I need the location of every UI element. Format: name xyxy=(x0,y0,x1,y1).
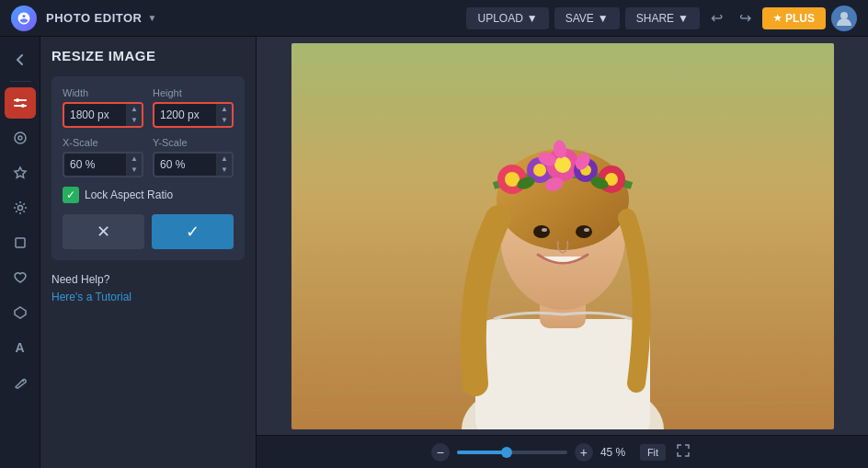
svg-point-6 xyxy=(18,136,22,140)
lock-aspect-row: ✓ Lock Aspect Ratio xyxy=(63,187,234,203)
photo-canvas xyxy=(291,43,834,429)
settings-icon-button[interactable] xyxy=(5,192,36,223)
app-name: PHOTO EDITOR xyxy=(46,11,142,25)
height-increment-button[interactable]: ▲ xyxy=(217,104,232,115)
topbar-actions: UPLOAD ▼ SAVE ▼ SHARE ▼ ↩ ↪ ★ PLUS xyxy=(466,6,857,31)
plus-button[interactable]: ★ PLUS xyxy=(762,7,826,29)
adjustments-icon-button[interactable] xyxy=(5,87,36,119)
zoom-minus-icon: − xyxy=(437,445,444,460)
text-icon-button[interactable]: A xyxy=(5,332,36,363)
height-group: Height ▲ ▼ xyxy=(153,87,234,128)
help-title: Need Help? xyxy=(51,273,245,286)
share-dropdown-icon: ▼ xyxy=(678,12,689,25)
svg-point-21 xyxy=(584,228,589,232)
app-dropdown-arrow[interactable]: ▼ xyxy=(147,13,156,23)
svg-point-5 xyxy=(15,132,26,143)
undo-button[interactable]: ↩ xyxy=(705,6,728,30)
xscale-increment-button[interactable]: ▲ xyxy=(127,154,142,165)
height-input[interactable] xyxy=(154,105,216,125)
xscale-stepper: ▲ ▼ xyxy=(126,154,142,176)
svg-point-0 xyxy=(840,12,848,19)
scale-row: X-Scale ▲ ▼ Y-Scale ▲ xyxy=(63,137,234,177)
redo-button[interactable]: ↪ xyxy=(734,6,757,30)
cancel-button[interactable]: ✕ xyxy=(63,214,144,249)
resize-form: Width ▲ ▼ Height ▲ xyxy=(51,76,245,260)
zoom-plus-button[interactable]: + xyxy=(575,443,593,462)
yscale-stepper: ▲ ▼ xyxy=(216,154,232,176)
crop-icon-button[interactable] xyxy=(5,227,36,258)
height-label: Height xyxy=(153,87,234,98)
help-section: Need Help? Here's a Tutorial xyxy=(51,273,245,304)
canvas-area: − + 45 % Fit xyxy=(257,37,868,468)
xscale-label: X-Scale xyxy=(63,137,143,148)
cancel-icon: ✕ xyxy=(97,222,110,242)
avatar[interactable] xyxy=(831,6,857,31)
yscale-decrement-button[interactable]: ▼ xyxy=(217,165,232,176)
xscale-input-wrapper: ▲ ▼ xyxy=(63,152,143,177)
yscale-input[interactable] xyxy=(154,154,216,175)
width-increment-button[interactable]: ▲ xyxy=(127,104,142,115)
width-stepper: ▲ ▼ xyxy=(126,104,142,126)
lock-aspect-checkbox[interactable]: ✓ xyxy=(63,187,79,203)
width-input[interactable] xyxy=(64,105,126,125)
confirm-icon: ✓ xyxy=(186,222,200,242)
width-decrement-button[interactable]: ▼ xyxy=(127,115,142,126)
zoom-slider-thumb[interactable] xyxy=(501,447,512,458)
svg-point-27 xyxy=(554,156,571,173)
effects-icon-button[interactable] xyxy=(5,122,36,154)
upload-button[interactable]: UPLOAD ▼ xyxy=(466,7,548,29)
expand-icon xyxy=(677,444,690,457)
svg-point-2 xyxy=(16,98,19,102)
icon-bar: A xyxy=(0,37,40,468)
fit-button[interactable]: Fit xyxy=(640,444,666,461)
svg-point-18 xyxy=(533,225,550,238)
zoom-percent: 45 % xyxy=(600,446,633,459)
yscale-group: Y-Scale ▲ ▼ xyxy=(153,137,234,177)
share-button[interactable]: SHARE ▼ xyxy=(625,7,700,29)
height-input-wrapper: ▲ ▼ xyxy=(153,102,234,128)
image-frame xyxy=(291,43,834,429)
width-label: Width xyxy=(63,87,143,98)
favorites-icon-button[interactable] xyxy=(5,157,36,188)
expand-button[interactable] xyxy=(673,440,693,463)
svg-point-20 xyxy=(542,228,547,232)
svg-marker-9 xyxy=(15,307,26,318)
height-stepper: ▲ ▼ xyxy=(216,104,232,126)
xscale-group: X-Scale ▲ ▼ xyxy=(63,137,143,177)
confirm-button[interactable]: ✓ xyxy=(152,214,234,249)
panel-header: RESIZE IMAGE xyxy=(51,48,245,63)
svg-rect-8 xyxy=(16,238,25,247)
back-icon-button[interactable] xyxy=(5,44,36,75)
zoom-slider-track xyxy=(457,451,567,454)
zoom-slider-fill xyxy=(457,451,507,454)
height-decrement-button[interactable]: ▼ xyxy=(217,115,232,126)
yscale-increment-button[interactable]: ▲ xyxy=(217,154,232,165)
xscale-decrement-button[interactable]: ▼ xyxy=(127,165,142,176)
zoom-plus-icon: + xyxy=(580,445,588,460)
help-link[interactable]: Here's a Tutorial xyxy=(51,291,131,303)
svg-rect-14 xyxy=(475,319,650,429)
svg-point-19 xyxy=(576,225,592,238)
topbar: PHOTO EDITOR ▼ UPLOAD ▼ SAVE ▼ SHARE ▼ ↩… xyxy=(0,0,868,37)
main-area: A RESIZE IMAGE Width ▲ ▼ xyxy=(0,37,868,468)
svg-point-7 xyxy=(17,206,22,211)
shape-icon-button[interactable] xyxy=(5,297,36,328)
dimensions-row: Width ▲ ▼ Height ▲ xyxy=(63,87,234,128)
save-dropdown-icon: ▼ xyxy=(598,12,609,25)
app-logo xyxy=(11,6,37,31)
canvas-content xyxy=(257,37,868,435)
xscale-input[interactable] xyxy=(64,154,126,175)
svg-point-25 xyxy=(533,164,546,177)
width-input-wrapper: ▲ ▼ xyxy=(63,102,143,128)
icon-bar-divider xyxy=(9,81,31,82)
save-button[interactable]: SAVE ▼ xyxy=(554,7,620,29)
lock-aspect-label: Lock Aspect Ratio xyxy=(85,188,173,201)
yscale-label: Y-Scale xyxy=(153,137,234,148)
yscale-input-wrapper: ▲ ▼ xyxy=(153,152,234,177)
resize-panel: RESIZE IMAGE Width ▲ ▼ Height xyxy=(40,37,257,468)
paint-icon-button[interactable] xyxy=(5,367,36,398)
zoom-minus-button[interactable]: − xyxy=(431,443,450,462)
upload-dropdown-icon: ▼ xyxy=(527,12,538,25)
svg-point-4 xyxy=(21,104,25,108)
heart-icon-button[interactable] xyxy=(5,262,36,293)
